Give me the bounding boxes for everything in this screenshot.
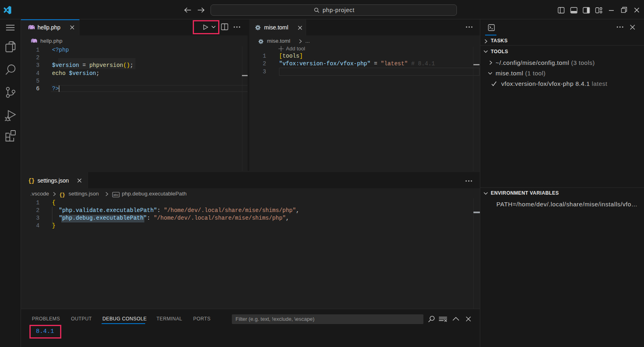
svg-text:abc: abc [113, 193, 119, 197]
